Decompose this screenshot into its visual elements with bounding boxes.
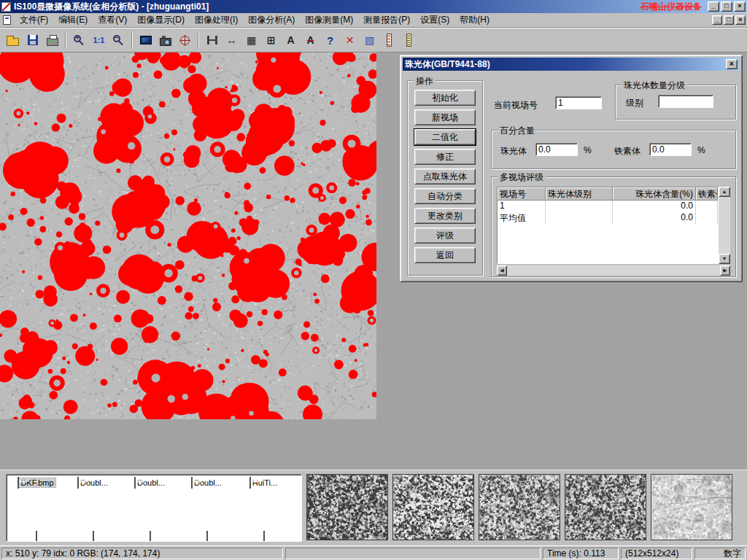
file-item[interactable]: BMP Doubl... [179,477,236,488]
print-button[interactable] [43,31,61,50]
menu-item-image-analysis[interactable]: 图像分析(A) [243,12,300,28]
child-minimize-button[interactable]: _ [712,15,722,25]
new-field-button[interactable]: 新视场 [414,109,476,125]
change-class-button[interactable]: 更改类别 [414,208,476,224]
measure-button[interactable]: ↔ [222,31,241,50]
dialog-titlebar[interactable]: 珠光体(GB/T9441-88) × [403,58,740,71]
child-restore-button[interactable]: □ [724,15,734,25]
scroll-left-icon[interactable]: ◀ [497,265,507,276]
help-button[interactable]: ? [321,31,339,50]
window-titlebar[interactable]: IS100显微摄像系统(金相分析版) - [zhuguangti01] 石嘴山仪… [0,0,747,13]
bmp-file-icon: BMP [206,531,208,542]
scroll-down-icon[interactable]: ▼ [719,254,730,264]
table-row[interactable]: 1 0.0 [498,201,718,212]
file-item[interactable]: BMP Doubl... [65,477,122,488]
thumbnail-3[interactable] [479,474,560,540]
bmp-file-icon: BMP [263,531,265,542]
menu-item-view[interactable]: 查看(V) [93,12,132,28]
thumbnail-1[interactable] [306,474,388,540]
caliper-button[interactable] [203,31,221,50]
file-item[interactable]: BMP [236,532,293,542]
grid-button[interactable]: ▦ [242,31,260,50]
col-level[interactable]: 珠光体级别 [546,187,613,201]
close-button[interactable]: × [734,1,746,12]
col-content[interactable]: 珠光体含量(%) [613,187,696,201]
file-item[interactable]: BMP [122,532,179,542]
menu-item-edit[interactable]: 编辑(E) [53,12,93,28]
minimize-button[interactable]: _ [708,1,719,12]
capture-button[interactable] [176,31,194,50]
zoom-out-icon [113,35,120,42]
grid-icon: ▦ [247,35,256,45]
initialize-button[interactable]: 初始化 [414,90,476,106]
marker-button[interactable] [380,31,398,50]
dialog-close-button[interactable]: × [726,59,738,69]
pick-pearlite-button[interactable]: 点取珠光体 [414,168,476,184]
thumbnail-4[interactable] [565,474,646,540]
zoom-in-button[interactable] [70,31,88,50]
file-item[interactable]: BMP Doubl... [122,477,179,488]
menu-item-report[interactable]: 测量报告(P) [358,12,415,28]
save-button[interactable] [23,31,42,50]
open-button[interactable] [4,31,22,50]
ruler-button[interactable] [400,31,418,50]
cell-field: 1 [498,201,546,212]
grid-add-button[interactable]: ⊞ [262,31,280,50]
table-row[interactable]: 平均值 0.0 [498,212,718,224]
zoom-out-button[interactable] [109,31,128,50]
file-item[interactable]: BMP [65,532,122,542]
menu-item-image-process[interactable]: 图像处理(I) [190,12,243,28]
auto-classify-button[interactable]: 自动分类 [414,188,476,204]
actual-size-icon: 1:1 [93,36,105,44]
thumbnail-2[interactable] [392,474,474,540]
rate-button[interactable]: 评级 [414,228,476,244]
display-icon [140,36,152,44]
micrograph-image[interactable] [0,52,376,419]
delete-button[interactable]: ✕ [341,31,359,50]
file-item[interactable]: BMP DKF.bmp [8,477,65,488]
actual-size-button[interactable]: 1:1 [90,31,108,50]
menu-item-settings[interactable]: 设置(S) [415,12,454,28]
scroll-up-icon[interactable]: ▲ [719,187,730,197]
capture-icon [180,36,190,45]
pearlite-input[interactable] [535,143,578,156]
file-item[interactable]: BMP [8,532,65,542]
area-select-button[interactable]: ▧ [360,31,379,50]
bmp-file-icon: BMP [77,477,79,489]
percentage-group: 百分含量 珠光体 % 铁素体 % [491,130,736,169]
menu-item-image-display[interactable]: 图像显示(D) [132,12,190,28]
binarize-button[interactable]: 二值化 [414,129,476,145]
help-icon: ? [327,35,333,46]
correct-button[interactable]: 修正 [414,149,476,165]
vertical-scrollbar[interactable]: ▲ ▼ [719,187,730,264]
thumbnail-5[interactable] [651,474,732,540]
statusbar: x: 510 y: 79 idx: 0 RGB: (174, 174, 174)… [0,545,747,560]
bmp-file-icon: BMP [93,531,94,542]
level-input[interactable] [658,95,713,108]
display-button[interactable] [136,31,155,50]
font-icon: A [287,35,294,45]
col-ferrite[interactable]: 铁素体 [696,187,718,201]
toolbar-separator [198,33,199,47]
return-button[interactable]: 返回 [414,247,476,263]
horizontal-scrollbar[interactable]: ◀ ▶ [497,265,730,276]
col-field[interactable]: 视场号 [498,187,546,201]
menu-item-image-measure[interactable]: 图像测量(M) [300,12,358,28]
font-button[interactable]: A [282,31,300,50]
camera-button[interactable] [156,31,174,50]
level-label: 级别 [626,97,643,109]
child-window-icon[interactable] [3,15,11,25]
file-item[interactable]: BMP HuiTi... [236,477,293,488]
bmp-file-icon: BMP [249,477,251,489]
current-field-input[interactable] [555,96,602,109]
multifield-group: 多视场评级 视场号 珠光体级别 珠光体含量(%) 铁素体 1 0.0 [491,176,736,277]
maximize-button[interactable]: □ [721,1,732,12]
menu-item-help[interactable]: 帮助(H) [454,12,495,28]
scroll-right-icon[interactable]: ▶ [720,265,730,276]
child-close-button[interactable]: × [735,15,746,25]
file-item[interactable]: BMP [179,532,236,542]
menu-item-file[interactable]: 文件(F) [15,12,53,28]
ferrite-input[interactable] [649,143,692,156]
ferrite-unit: % [697,145,705,155]
font-strike-button[interactable]: A [301,31,320,50]
